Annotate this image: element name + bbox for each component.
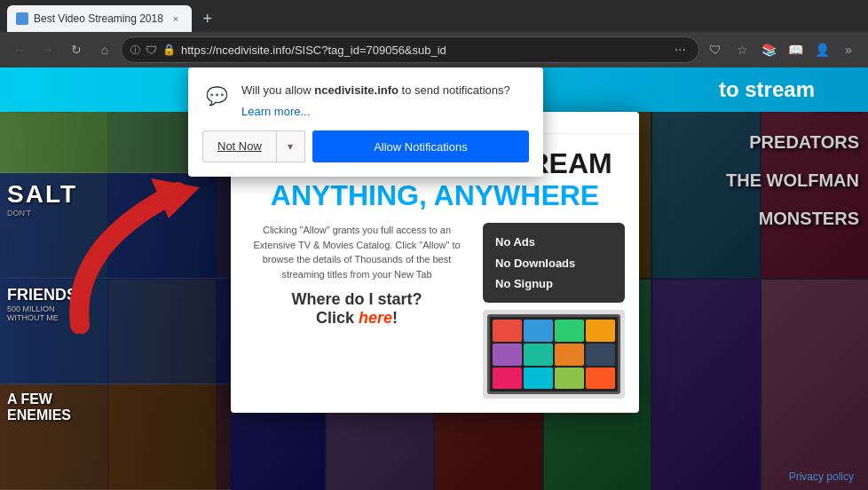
tab-favicon	[16, 12, 28, 25]
movie-name: ENEMIES	[7, 407, 224, 423]
home-button[interactable]: ⌂	[92, 37, 117, 62]
address-text: https://ncedivisite.info/SISC?tag_id=709…	[181, 43, 666, 57]
notification-popup: 💬 Will you allow ncedivisite.info to sen…	[188, 67, 543, 177]
browser-chrome: Best Video Streaming 2018 × + ← → ↻ ⌂ ⓘ …	[0, 0, 868, 490]
site-header-text: to stream	[719, 77, 815, 102]
notif-site-name: ncedivisite.info	[314, 83, 398, 97]
lock-icon: 🔒	[162, 43, 176, 56]
more-icon[interactable]: »	[836, 37, 861, 62]
popup-content-row: Clicking "Allow" grants you full access …	[245, 223, 625, 399]
movie-item-2: SALT DON'T	[0, 173, 231, 279]
movie-name: SALT	[7, 180, 224, 209]
click-text: Click	[316, 309, 359, 327]
profile-icon[interactable]: 👤	[809, 37, 834, 62]
not-now-button[interactable]: Not Now ▾	[202, 130, 305, 162]
popup-cta-click: Click here!	[245, 309, 469, 328]
movie-item-3: FRIENDS 500 MILLION WITHOUT ME	[0, 279, 231, 384]
popup-left: Clicking "Allow" grants you full access …	[245, 223, 469, 328]
tab-close-button[interactable]: ×	[169, 12, 183, 26]
tab-bar: Best Video Streaming 2018 × +	[0, 0, 868, 32]
popup-laptop	[483, 310, 625, 399]
popup-right: No Ads No Downloads No Signup	[483, 223, 625, 399]
shield-toolbar-icon[interactable]: 🛡	[703, 37, 728, 62]
shield-icon: 🛡	[146, 43, 157, 57]
refresh-button[interactable]: ↻	[64, 37, 89, 62]
new-tab-button[interactable]: +	[195, 6, 220, 31]
movie-meta: 500 MILLION	[7, 304, 224, 313]
movie-meta: WITHOUT ME	[7, 313, 224, 322]
not-now-dropdown-icon[interactable]: ▾	[276, 130, 304, 162]
laptop-screen	[487, 314, 620, 394]
right-movie-overlay: TRON PREDATORS THE WOLFMAN MONSTERS	[651, 67, 868, 490]
tab-title: Best Video Streaming 2018	[34, 12, 163, 25]
menu-dots-icon[interactable]: ···	[671, 42, 690, 58]
popup-title-line2: ANYTHING, ANYWHERE	[271, 179, 599, 212]
popup-cta-text: Where do I start?	[245, 290, 469, 309]
popup-badge: No Ads No Downloads No Signup	[483, 223, 625, 303]
right-movie-predators: PREDATORS	[726, 132, 859, 153]
reader-icon[interactable]: 📖	[783, 37, 808, 62]
address-bar[interactable]: ⓘ 🛡 🔒 https://ncedivisite.info/SISC?tag_…	[121, 36, 699, 63]
movie-name: A FEW	[7, 391, 224, 407]
exclaim-text: !	[392, 309, 398, 327]
notif-learn-more-link[interactable]: Learn more...	[241, 103, 510, 121]
nav-bar: ← → ↻ ⌂ ⓘ 🛡 🔒 https://ncedivisite.info/S…	[0, 32, 868, 67]
info-icon: ⓘ	[130, 43, 140, 57]
here-text[interactable]: here	[359, 309, 392, 327]
popup-description: Clicking "Allow" grants you full access …	[245, 223, 469, 281]
notif-actions: Not Now ▾ Allow Notifications	[202, 130, 529, 162]
notif-message-part2: to send notifications?	[398, 83, 510, 97]
back-button[interactable]: ←	[7, 37, 32, 62]
active-tab[interactable]: Best Video Streaming 2018 ×	[7, 5, 192, 32]
notification-icon: 💬	[202, 82, 231, 110]
notif-message: Will you allow ncedivisite.info to send …	[241, 82, 510, 120]
movie-item-4: A FEW ENEMIES	[0, 384, 231, 490]
not-now-label[interactable]: Not Now	[203, 130, 276, 162]
right-movie-wolfman: THE WOLFMAN	[726, 170, 859, 191]
movie-name: FRIENDS	[7, 286, 224, 304]
right-movie-monsters: MONSTERS	[726, 209, 859, 229]
bookmark-icon[interactable]: ☆	[730, 37, 754, 62]
right-movie-names: TRON PREDATORS THE WOLFMAN MONSTERS	[726, 94, 859, 229]
forward-button[interactable]: →	[36, 37, 60, 62]
toolbar-right: 🛡 ☆ 📚 📖 👤 »	[703, 37, 861, 62]
allow-notifications-button[interactable]: Allow Notifications	[312, 130, 529, 162]
privacy-policy-link[interactable]: Privacy policy	[789, 470, 854, 483]
movie-meta: DON'T	[7, 209, 224, 217]
notif-message-part1: Will you allow	[241, 83, 314, 97]
library-icon[interactable]: 📚	[756, 37, 781, 62]
notif-header: 💬 Will you allow ncedivisite.info to sen…	[202, 82, 529, 120]
